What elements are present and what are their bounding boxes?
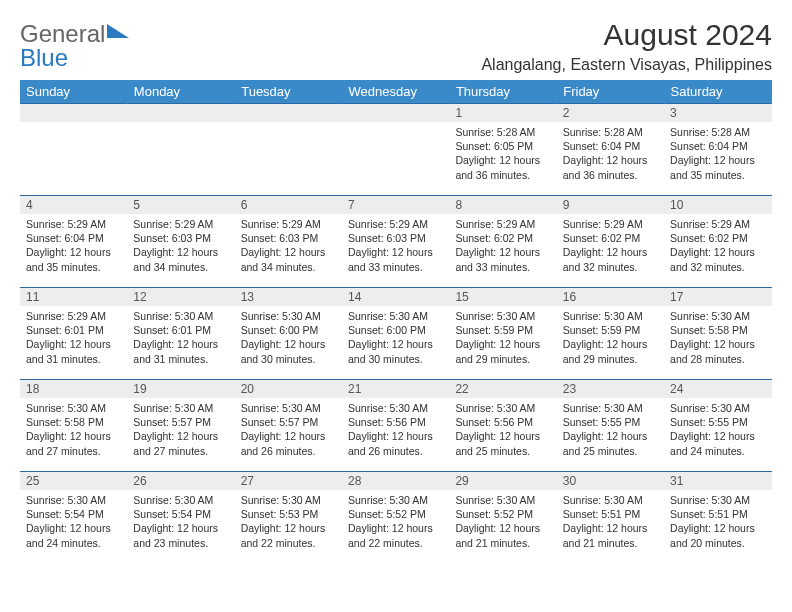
day-info: Sunrise: 5:29 AMSunset: 6:01 PMDaylight:… xyxy=(20,306,127,368)
sunrise-line: Sunrise: 5:28 AM xyxy=(670,125,765,139)
calendar-cell: 20Sunrise: 5:30 AMSunset: 5:57 PMDayligh… xyxy=(235,380,342,472)
calendar-week: 1Sunrise: 5:28 AMSunset: 6:05 PMDaylight… xyxy=(20,104,772,196)
day-number: 9 xyxy=(557,196,664,214)
day-info: Sunrise: 5:30 AMSunset: 6:00 PMDaylight:… xyxy=(342,306,449,368)
daylight-line: Daylight: 12 hours and 32 minutes. xyxy=(670,245,765,273)
sunrise-line: Sunrise: 5:30 AM xyxy=(241,309,336,323)
day-number xyxy=(235,104,342,122)
daylight-line: Daylight: 12 hours and 21 minutes. xyxy=(455,521,550,549)
sunset-line: Sunset: 5:52 PM xyxy=(348,507,443,521)
daylight-line: Daylight: 12 hours and 28 minutes. xyxy=(670,337,765,365)
day-info: Sunrise: 5:30 AMSunset: 5:58 PMDaylight:… xyxy=(20,398,127,460)
daylight-line: Daylight: 12 hours and 30 minutes. xyxy=(241,337,336,365)
sunset-line: Sunset: 5:54 PM xyxy=(26,507,121,521)
sunset-line: Sunset: 5:53 PM xyxy=(241,507,336,521)
sunset-line: Sunset: 6:04 PM xyxy=(26,231,121,245)
daylight-line: Daylight: 12 hours and 29 minutes. xyxy=(455,337,550,365)
day-info: Sunrise: 5:30 AMSunset: 5:52 PMDaylight:… xyxy=(342,490,449,552)
dow-sunday: Sunday xyxy=(20,80,127,104)
calendar-cell: 13Sunrise: 5:30 AMSunset: 6:00 PMDayligh… xyxy=(235,288,342,380)
daylight-line: Daylight: 12 hours and 24 minutes. xyxy=(670,429,765,457)
daylight-line: Daylight: 12 hours and 24 minutes. xyxy=(26,521,121,549)
sunrise-line: Sunrise: 5:29 AM xyxy=(241,217,336,231)
calendar-cell: 24Sunrise: 5:30 AMSunset: 5:55 PMDayligh… xyxy=(664,380,771,472)
header: General Blue August 2024 Alangalang, Eas… xyxy=(20,18,772,74)
day-number: 5 xyxy=(127,196,234,214)
day-info: Sunrise: 5:29 AMSunset: 6:04 PMDaylight:… xyxy=(20,214,127,276)
daylight-line: Daylight: 12 hours and 34 minutes. xyxy=(133,245,228,273)
calendar-cell: 1Sunrise: 5:28 AMSunset: 6:05 PMDaylight… xyxy=(449,104,556,196)
sunrise-line: Sunrise: 5:30 AM xyxy=(670,493,765,507)
sunset-line: Sunset: 6:05 PM xyxy=(455,139,550,153)
day-info: Sunrise: 5:30 AMSunset: 5:55 PMDaylight:… xyxy=(557,398,664,460)
day-info: Sunrise: 5:30 AMSunset: 5:52 PMDaylight:… xyxy=(449,490,556,552)
daylight-line: Daylight: 12 hours and 35 minutes. xyxy=(670,153,765,181)
sunrise-line: Sunrise: 5:29 AM xyxy=(133,217,228,231)
day-info: Sunrise: 5:29 AMSunset: 6:02 PMDaylight:… xyxy=(449,214,556,276)
sunrise-line: Sunrise: 5:30 AM xyxy=(455,493,550,507)
sunrise-line: Sunrise: 5:30 AM xyxy=(563,309,658,323)
calendar-cell: 6Sunrise: 5:29 AMSunset: 6:03 PMDaylight… xyxy=(235,196,342,288)
sunset-line: Sunset: 6:03 PM xyxy=(241,231,336,245)
calendar-cell: 3Sunrise: 5:28 AMSunset: 6:04 PMDaylight… xyxy=(664,104,771,196)
month-title: August 2024 xyxy=(481,18,772,52)
dow-monday: Monday xyxy=(127,80,234,104)
calendar-cell xyxy=(342,104,449,196)
sunrise-line: Sunrise: 5:29 AM xyxy=(348,217,443,231)
day-info: Sunrise: 5:30 AMSunset: 5:57 PMDaylight:… xyxy=(235,398,342,460)
daylight-line: Daylight: 12 hours and 36 minutes. xyxy=(455,153,550,181)
day-info: Sunrise: 5:29 AMSunset: 6:03 PMDaylight:… xyxy=(127,214,234,276)
sunrise-line: Sunrise: 5:30 AM xyxy=(133,309,228,323)
sunset-line: Sunset: 5:54 PM xyxy=(133,507,228,521)
sunrise-line: Sunrise: 5:28 AM xyxy=(563,125,658,139)
day-number: 21 xyxy=(342,380,449,398)
sunset-line: Sunset: 5:55 PM xyxy=(563,415,658,429)
daylight-line: Daylight: 12 hours and 34 minutes. xyxy=(241,245,336,273)
day-info: Sunrise: 5:30 AMSunset: 5:54 PMDaylight:… xyxy=(20,490,127,552)
title-block: August 2024 Alangalang, Eastern Visayas,… xyxy=(481,18,772,74)
calendar-cell: 30Sunrise: 5:30 AMSunset: 5:51 PMDayligh… xyxy=(557,472,664,564)
day-number: 22 xyxy=(449,380,556,398)
day-info: Sunrise: 5:28 AMSunset: 6:04 PMDaylight:… xyxy=(557,122,664,184)
sunrise-line: Sunrise: 5:30 AM xyxy=(26,493,121,507)
day-number: 8 xyxy=(449,196,556,214)
calendar-cell: 18Sunrise: 5:30 AMSunset: 5:58 PMDayligh… xyxy=(20,380,127,472)
calendar-cell: 5Sunrise: 5:29 AMSunset: 6:03 PMDaylight… xyxy=(127,196,234,288)
sunrise-line: Sunrise: 5:30 AM xyxy=(563,493,658,507)
dow-wednesday: Wednesday xyxy=(342,80,449,104)
day-info: Sunrise: 5:30 AMSunset: 5:51 PMDaylight:… xyxy=(557,490,664,552)
sunrise-line: Sunrise: 5:30 AM xyxy=(455,309,550,323)
sunset-line: Sunset: 5:52 PM xyxy=(455,507,550,521)
calendar-cell: 26Sunrise: 5:30 AMSunset: 5:54 PMDayligh… xyxy=(127,472,234,564)
sunset-line: Sunset: 5:57 PM xyxy=(241,415,336,429)
day-info: Sunrise: 5:30 AMSunset: 5:59 PMDaylight:… xyxy=(449,306,556,368)
dow-friday: Friday xyxy=(557,80,664,104)
calendar-cell: 7Sunrise: 5:29 AMSunset: 6:03 PMDaylight… xyxy=(342,196,449,288)
sunrise-line: Sunrise: 5:30 AM xyxy=(133,401,228,415)
day-info: Sunrise: 5:29 AMSunset: 6:02 PMDaylight:… xyxy=(557,214,664,276)
day-info: Sunrise: 5:30 AMSunset: 6:00 PMDaylight:… xyxy=(235,306,342,368)
daylight-line: Daylight: 12 hours and 22 minutes. xyxy=(241,521,336,549)
dow-tuesday: Tuesday xyxy=(235,80,342,104)
day-info: Sunrise: 5:30 AMSunset: 5:56 PMDaylight:… xyxy=(449,398,556,460)
sunrise-line: Sunrise: 5:30 AM xyxy=(348,401,443,415)
calendar-grid: Sunday Monday Tuesday Wednesday Thursday… xyxy=(20,80,772,564)
daylight-line: Daylight: 12 hours and 30 minutes. xyxy=(348,337,443,365)
daylight-line: Daylight: 12 hours and 26 minutes. xyxy=(348,429,443,457)
sunset-line: Sunset: 5:59 PM xyxy=(455,323,550,337)
sunset-line: Sunset: 5:57 PM xyxy=(133,415,228,429)
day-info: Sunrise: 5:30 AMSunset: 5:54 PMDaylight:… xyxy=(127,490,234,552)
daylight-line: Daylight: 12 hours and 32 minutes. xyxy=(563,245,658,273)
day-number: 31 xyxy=(664,472,771,490)
sunset-line: Sunset: 5:56 PM xyxy=(455,415,550,429)
sunrise-line: Sunrise: 5:30 AM xyxy=(563,401,658,415)
day-number: 3 xyxy=(664,104,771,122)
sunset-line: Sunset: 6:03 PM xyxy=(348,231,443,245)
daylight-line: Daylight: 12 hours and 35 minutes. xyxy=(26,245,121,273)
sunrise-line: Sunrise: 5:29 AM xyxy=(455,217,550,231)
calendar-cell: 4Sunrise: 5:29 AMSunset: 6:04 PMDaylight… xyxy=(20,196,127,288)
sunrise-line: Sunrise: 5:30 AM xyxy=(455,401,550,415)
daylight-line: Daylight: 12 hours and 36 minutes. xyxy=(563,153,658,181)
sunset-line: Sunset: 5:51 PM xyxy=(563,507,658,521)
day-number: 17 xyxy=(664,288,771,306)
